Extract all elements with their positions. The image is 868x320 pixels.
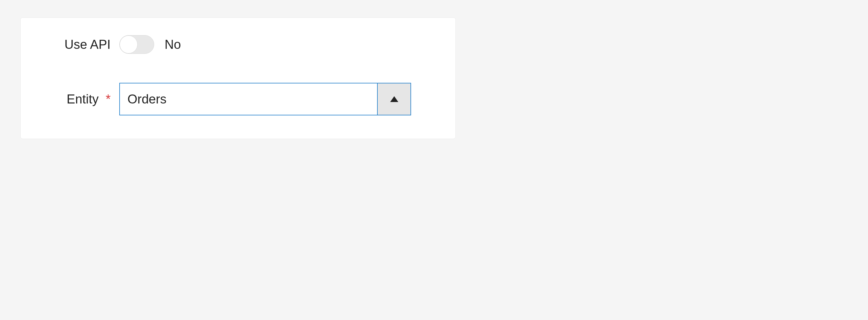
use-api-row: Use API No (32, 35, 444, 54)
use-api-state-text: No (164, 37, 181, 52)
entity-select[interactable]: Orders (119, 83, 411, 115)
toggle-knob-icon (120, 35, 137, 54)
caret-up-icon (390, 96, 398, 102)
settings-panel: Use API No Entity * Orders (20, 18, 456, 139)
use-api-toggle[interactable] (119, 35, 154, 54)
entity-row: Entity * Orders (32, 83, 444, 115)
use-api-control: No (119, 35, 444, 54)
use-api-label: Use API (32, 37, 119, 52)
entity-control: Orders (119, 83, 444, 115)
required-asterisk-icon: * (106, 92, 111, 106)
entity-label: Entity (67, 92, 99, 106)
entity-select-arrow-button[interactable] (377, 83, 410, 115)
entity-select-value: Orders (120, 83, 377, 115)
entity-label-wrap: Entity * (32, 92, 119, 106)
